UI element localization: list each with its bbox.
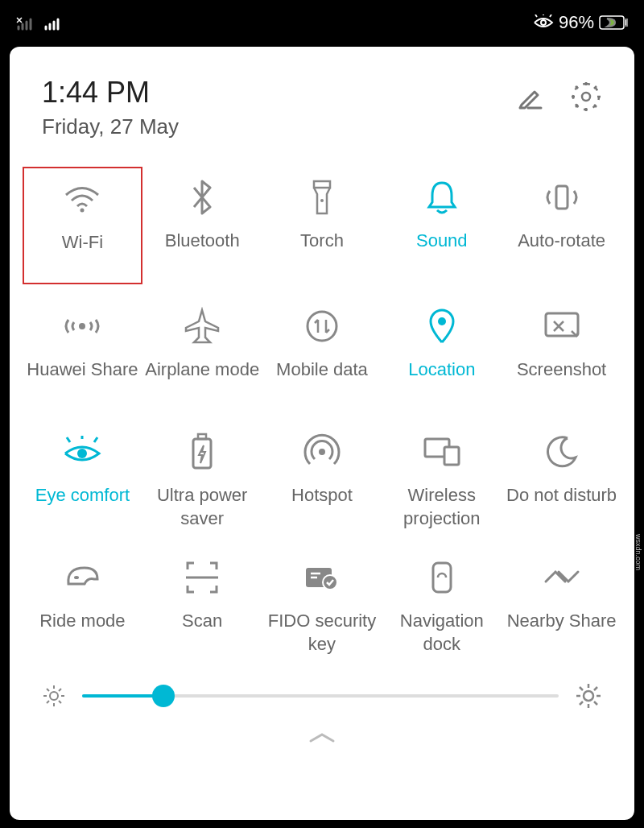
airplane-icon (183, 307, 221, 346)
eye-comfort-status-icon (533, 14, 554, 31)
navdock-icon (430, 560, 454, 595)
chevron-up-icon (308, 731, 336, 744)
edit-icon[interactable] (514, 81, 546, 113)
svg-rect-7 (556, 186, 568, 209)
svg-point-12 (77, 449, 87, 458)
torch-icon (308, 178, 336, 217)
hotspot-icon (303, 433, 341, 470)
datetime-block[interactable]: 1:44 PM Friday, 27 May (42, 76, 179, 139)
signal-icon (43, 14, 63, 31)
tile-mobiledata[interactable]: Mobile data (262, 296, 382, 410)
tile-label: Location (408, 358, 475, 405)
wifi-icon (62, 183, 102, 215)
tile-ridemode[interactable]: Ride mode (23, 547, 142, 661)
scan-icon (184, 560, 220, 595)
svg-point-8 (79, 323, 85, 329)
svg-point-23 (584, 691, 593, 701)
svg-point-6 (320, 199, 324, 202)
svg-point-22 (50, 692, 58, 700)
svg-point-3 (582, 93, 590, 101)
battery-saver-icon (190, 433, 214, 471)
svg-rect-17 (444, 447, 459, 465)
moon-icon (545, 435, 579, 469)
battery-icon (599, 15, 628, 30)
tile-label: Hotspot (291, 484, 353, 531)
tile-sound[interactable]: Sound (382, 167, 502, 284)
tiles-grid: Wi-Fi Bluetooth Torch Sound Auto-rotate … (18, 155, 626, 661)
bell-icon (424, 178, 460, 217)
tile-label: Sound (416, 230, 468, 276)
svg-point-4 (80, 209, 85, 213)
svg-rect-2 (625, 19, 627, 26)
brightness-high-icon (575, 682, 602, 710)
status-left (16, 14, 63, 31)
svg-point-0 (541, 20, 546, 25)
tile-hotspot[interactable]: Hotspot (262, 421, 382, 536)
tile-label: Scan (182, 610, 222, 656)
tile-label: Nearby Share (507, 610, 617, 656)
date-text: Friday, 27 May (42, 114, 179, 139)
expand-chevron[interactable] (18, 718, 626, 750)
tile-torch[interactable]: Torch (262, 167, 382, 284)
tile-scan[interactable]: Scan (142, 547, 262, 661)
tile-label: Bluetooth (165, 230, 240, 276)
status-right: 96% (533, 12, 628, 33)
panel-header: 1:44 PM Friday, 27 May (18, 76, 626, 155)
settings-icon[interactable] (570, 81, 602, 113)
tile-bluetooth[interactable]: Bluetooth (142, 167, 262, 284)
tile-label: Ride mode (39, 610, 125, 656)
rotate-icon (542, 180, 582, 215)
eye-icon (62, 436, 102, 468)
tile-eyecomfort[interactable]: Eye comfort (23, 421, 142, 536)
tile-location[interactable]: Location (382, 296, 502, 410)
no-signal-icon (16, 14, 35, 31)
helmet-icon (64, 561, 101, 594)
brightness-slider[interactable] (82, 694, 559, 698)
tile-label: Wi-Fi (62, 231, 103, 278)
tile-airplane[interactable]: Airplane mode (142, 296, 262, 410)
tile-label: Do not disturb (506, 484, 617, 531)
share-icon (62, 310, 102, 342)
svg-rect-21 (433, 563, 451, 592)
svg-point-18 (74, 576, 79, 579)
tile-label: FIDO security key (264, 610, 381, 656)
watermark: wsxdn.com (634, 534, 642, 570)
svg-point-10 (438, 317, 446, 325)
tile-label: Huawei Share (27, 358, 138, 405)
tile-wifi[interactable]: Wi-Fi (23, 167, 142, 284)
slider-thumb[interactable] (152, 685, 175, 707)
location-icon (426, 307, 458, 346)
svg-point-15 (319, 449, 325, 455)
screenshot-icon (543, 310, 581, 342)
tile-label: Eye comfort (35, 484, 130, 531)
tile-huaweishare[interactable]: Huawei Share (23, 296, 142, 410)
tile-label: Navigation dock (383, 610, 500, 656)
tile-screenshot[interactable]: Screenshot (502, 296, 621, 410)
tile-wirelessproj[interactable]: Wireless projection (382, 421, 502, 536)
svg-rect-14 (198, 434, 206, 439)
tile-label: Screenshot (517, 358, 606, 405)
tile-nearby[interactable]: Nearby Share (502, 547, 621, 661)
battery-percent: 96% (559, 12, 594, 33)
brightness-row (18, 661, 626, 718)
tile-autorotate[interactable]: Auto-rotate (502, 167, 621, 284)
projection-icon (422, 436, 462, 468)
svg-rect-5 (314, 181, 330, 188)
tile-label: Ultra power saver (144, 484, 261, 531)
tile-label: Torch (300, 230, 344, 276)
tile-ultrapower[interactable]: Ultra power saver (142, 421, 262, 536)
status-bar: 96% (0, 0, 644, 45)
data-icon (304, 308, 340, 344)
tile-label: Airplane mode (145, 358, 259, 405)
tile-navdock[interactable]: Navigation dock (382, 547, 502, 661)
tile-dnd[interactable]: Do not disturb (502, 421, 621, 536)
key-icon (303, 563, 341, 592)
time-text: 1:44 PM (42, 76, 179, 110)
svg-point-9 (308, 312, 336, 341)
quick-settings-panel: 1:44 PM Friday, 27 May Wi-Fi Bluetooth T… (10, 47, 634, 820)
nearby-icon (543, 565, 581, 590)
tile-label: Mobile data (276, 358, 368, 405)
svg-rect-13 (193, 439, 211, 468)
tile-fido[interactable]: FIDO security key (262, 547, 382, 661)
tile-label: Wireless projection (383, 484, 500, 531)
